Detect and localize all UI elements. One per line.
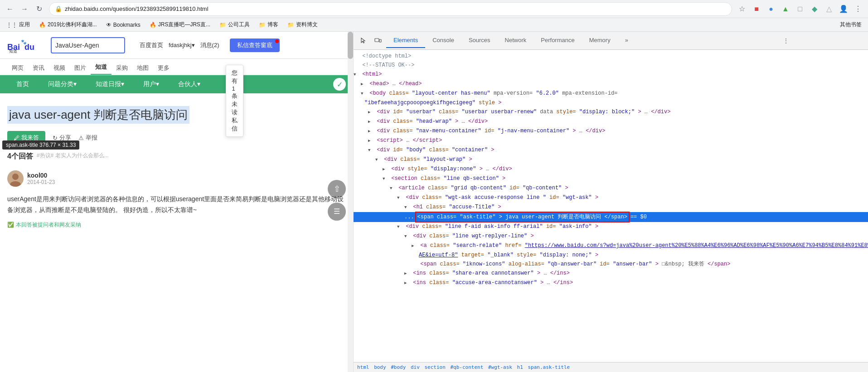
address-bar[interactable]: 🔒 zhidao.baidu.com/question/192389325899… [49,2,732,16]
accuse-area-triangle[interactable] [404,279,410,287]
inspect-element-button[interactable] [357,34,370,47]
extension-3[interactable]: ▲ [779,3,792,15]
tab-webpage[interactable]: 网页 [7,61,28,75]
nav-daily[interactable]: 知道日报▾ [87,77,133,92]
navmenu-line[interactable]: <div class= "nav-menu-container" id= "j-… [354,126,868,136]
tab-more[interactable]: 更多 [153,61,174,75]
tab-video[interactable]: 视频 [49,61,70,75]
article-line[interactable]: <article class= "grid qb-content" id= "q… [354,184,868,193]
headwrap-line[interactable]: <div class= "head-wrap" > … </div> [354,117,868,126]
devtools-settings-button[interactable]: ⋮ [780,34,792,47]
bookmark-apps[interactable]: ⋮⋮ 应用 [4,20,33,29]
h1-triangle[interactable] [404,203,410,212]
bookmark-2[interactable]: 👁 Bookmarks [103,21,143,29]
body-open-line[interactable]: <body class= "layout-center has-menu" mp… [354,89,868,98]
extension-5[interactable]: ◆ [808,3,821,15]
bookmark-1[interactable]: 🔥 2019比佛利环鑫湖... [36,20,100,29]
breadcrumb-h1[interactable]: h1 [517,364,523,370]
tab-news[interactable]: 资讯 [28,61,49,75]
userbar-triangle[interactable] [368,108,373,116]
tab-image[interactable]: 图片 [70,61,91,75]
replyer-triangle[interactable] [404,232,410,241]
askinfo-line[interactable]: <div class= "line f-aid ask-info ff-aria… [354,222,868,232]
body-triangle[interactable] [361,89,366,98]
bookmark-folder-1[interactable]: 📁 公司工具 [217,20,252,29]
forward-button[interactable]: → [18,3,31,15]
head-line[interactable]: <head> … </head> [354,79,868,89]
breadcrumb-wgt-ask[interactable]: #wgt-ask [488,364,512,370]
navmenu-triangle[interactable] [368,127,373,135]
body-div-line[interactable]: <div id= "body" class= "container" > [354,145,868,155]
bookmark-folder-2[interactable]: 📁 博客 [256,20,281,29]
list-button[interactable]: ☰ [328,203,346,221]
scroll-up-button[interactable]: ⇧ [328,180,346,198]
breadcrumb-html[interactable]: html [357,364,369,370]
extension-1[interactable]: ■ [750,3,763,15]
userbar-line[interactable]: <div id= "userbar" class= "userbar userb… [354,107,868,117]
section-triangle[interactable] [383,174,388,183]
html-triangle[interactable] [354,70,359,79]
replyer-line[interactable]: <div class= "line wgt-replyer-line" > [354,232,868,241]
back-button[interactable]: ← [4,3,16,15]
bookmark-folder-3[interactable]: 📁 资料博文 [285,20,320,29]
h1-line[interactable]: <h1 class= "accuse-Title" > [354,203,868,212]
tab-map[interactable]: 地图 [132,61,153,75]
html-open-line[interactable]: <html> [354,70,868,79]
search-relate-line[interactable]: <a class= "search-relate" href= "https:/… [354,241,868,251]
other-bookmarks[interactable]: 其他书签 [837,20,864,29]
star-button[interactable]: ☆ [736,3,748,15]
report-button[interactable]: ⚠ 举报 [78,134,97,142]
tab-zhidao[interactable]: 知道 [91,60,112,75]
breadcrumb-section[interactable]: section [425,364,446,370]
private-msg-button[interactable]: 私信查答窗底 [230,39,280,52]
breadcrumb-body-id[interactable]: #body [391,364,406,370]
tab-elements[interactable]: Elements [386,33,425,48]
avatar-button[interactable]: 👤 [837,3,850,15]
article-triangle[interactable] [390,184,395,193]
tab-console[interactable]: Console [425,33,461,48]
section-line[interactable]: <section class= "line qb-section" > [354,174,868,184]
breadcrumb-qb-content[interactable]: #qb-content [450,364,483,370]
wgtask-triangle[interactable] [397,193,402,202]
display-none-triangle[interactable] [383,165,388,174]
breadcrumb-body[interactable]: body [374,364,386,370]
nav-message[interactable]: 消息(2) [200,41,219,49]
nav-partner[interactable]: 合伙人▾ [169,77,209,92]
nav-user[interactable]: 用户▾ [134,77,168,92]
tab-performance[interactable]: Performance [533,33,582,48]
iknow-span-line[interactable]: <span class= "iknow-icons" alog-alias= "… [354,260,868,269]
search-relate-triangle[interactable] [412,242,417,250]
accuse-area-line[interactable]: <ins class= "accuse-area-cannotanswer" >… [354,278,868,288]
head-triangle[interactable] [361,80,366,88]
menu-button[interactable]: ⋮ [852,3,864,15]
layout-wrap-line[interactable]: <div class= "layout-wrap" > [354,155,868,164]
share-area-line[interactable]: <ins class= "share-area cannotanswer" > … [354,269,868,278]
breadcrumb-span-title[interactable]: span.ask-title [528,364,570,370]
nav-home[interactable]: 首页 [7,77,38,92]
tab-sources[interactable]: Sources [461,33,498,48]
page-scrollbar[interactable] [348,32,353,372]
script-line[interactable]: <script> … </script> [354,136,868,145]
nav-homepage[interactable]: 百度首页 [140,41,163,49]
body-div-triangle[interactable] [368,146,373,155]
extension-2[interactable]: ● [765,3,777,15]
reload-button[interactable]: ↻ [33,3,45,15]
wgtask-line[interactable]: <div class= "wgt-ask accuse-response lin… [354,193,868,203]
tab-more[interactable]: » [618,33,635,48]
page-scroll-thumb[interactable] [348,32,353,59]
nav-category[interactable]: 问题分类▾ [39,77,86,92]
search-input[interactable] [52,40,124,51]
tab-purchase[interactable]: 采购 [112,61,132,75]
extension-6[interactable]: △ [823,3,835,15]
breadcrumb-div[interactable]: div [411,364,420,370]
askinfo-triangle[interactable] [397,222,402,231]
span-selected-line[interactable]: ... <span class= "ask-title" > java user… [354,212,868,222]
script-triangle[interactable] [368,136,373,145]
extension-4[interactable]: □ [794,3,806,15]
tab-network[interactable]: Network [498,33,534,48]
tab-memory[interactable]: Memory [582,33,618,48]
device-toggle-button[interactable] [372,34,384,47]
bookmark-3[interactable]: 🔥 JRS直播吧—JRS直... [147,20,213,29]
share-area-triangle[interactable] [404,269,410,278]
headwrap-triangle[interactable] [368,117,373,126]
